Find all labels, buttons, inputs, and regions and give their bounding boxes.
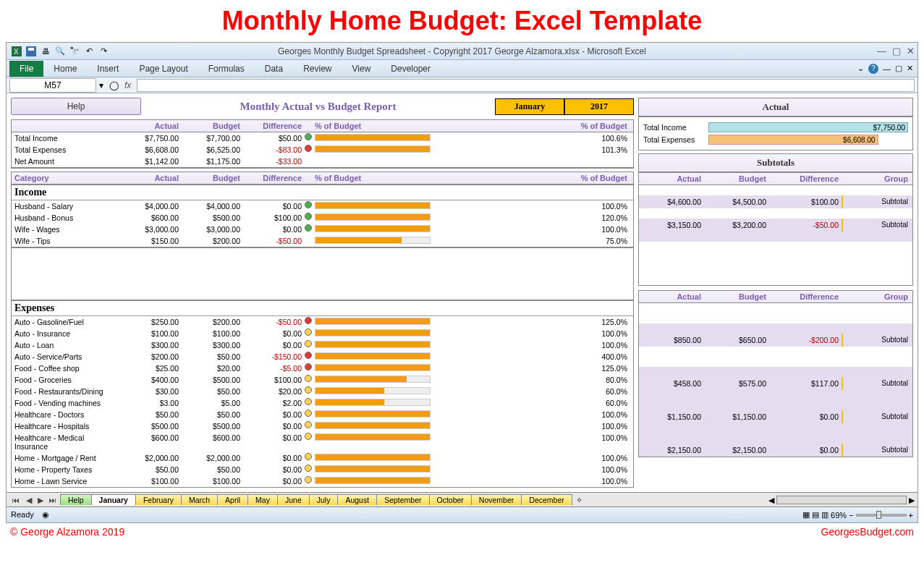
summary-body: Total Income$7,750.00$7,700.00$50.00100.… <box>11 132 634 169</box>
sheet-tab-april[interactable]: April <box>217 494 248 505</box>
report-title: Monthly Actual vs Budget Report <box>141 101 495 113</box>
tab-review[interactable]: Review <box>293 61 342 77</box>
table-row[interactable]: Healthcare - Doctors$50.00$50.00$0.00100… <box>11 409 634 420</box>
cancel-formula-icon[interactable]: ◯ <box>109 80 119 90</box>
subtotal-row: $458.00$575.00$117.00Subtotal <box>639 377 912 390</box>
table-row[interactable]: Home - Mortgage / Rent$2,000.00$2,000.00… <box>11 452 634 464</box>
year-cell[interactable]: 2017 <box>564 98 634 115</box>
table-row[interactable]: Food - Restaurants/Dining$30.00$50.00$20… <box>11 386 634 397</box>
fx-icon[interactable]: fx <box>124 80 131 90</box>
status-ready: Ready <box>11 510 34 519</box>
scroll-right-icon[interactable]: ▶ <box>909 496 915 504</box>
sheet-tab-march[interactable]: March <box>181 494 218 505</box>
save-icon[interactable] <box>25 46 37 57</box>
table-row[interactable]: Total Income$7,750.00$7,700.00$50.00100.… <box>11 132 634 144</box>
binoculars-icon[interactable]: 🔭 <box>69 46 80 57</box>
table-row[interactable]: Auto - Service/Parts$200.00$50.00-$150.0… <box>11 351 634 363</box>
sheet-tab-may[interactable]: May <box>247 494 278 505</box>
header-pct-bar: % of Budget <box>305 120 435 132</box>
tab-view[interactable]: View <box>342 61 381 77</box>
tab-data[interactable]: Data <box>255 61 293 77</box>
name-dropdown-icon[interactable]: ▾ <box>99 80 103 90</box>
close-icon[interactable]: ✕ <box>907 46 915 56</box>
print-icon[interactable]: 🖶 <box>40 46 51 57</box>
table-row[interactable]: Home - Lawn Service$100.00$100.00$0.0010… <box>11 475 634 488</box>
file-tab[interactable]: File <box>9 61 43 77</box>
macro-record-icon[interactable]: ◉ <box>42 510 49 519</box>
restore-icon[interactable]: ▢ <box>892 46 901 56</box>
table-row[interactable]: Net Amount$1,142.00$1,175.00-$33.00 <box>11 156 634 168</box>
zoom-out-icon[interactable]: − <box>849 511 853 520</box>
sheet-tab-july[interactable]: July <box>309 494 339 505</box>
find-icon[interactable]: 🔍 <box>54 46 66 57</box>
close-doc-icon[interactable]: ✕ <box>907 64 913 73</box>
zoom-in-icon[interactable]: + <box>909 511 913 520</box>
restore-doc-icon[interactable]: ▢ <box>895 64 902 73</box>
table-row[interactable]: Food - Groceries$400.00$500.00$100.0080.… <box>11 374 634 386</box>
header-difference: Difference <box>243 120 305 132</box>
table-row[interactable]: Healthcare - Hospitals$500.00$500.00$0.0… <box>11 420 634 432</box>
formula-input[interactable] <box>137 79 915 92</box>
table-row[interactable]: Total Expenses$6,608.00$6,525.00-$83.001… <box>11 144 634 156</box>
subtotals-title: Subtotals <box>638 153 913 172</box>
first-sheet-icon[interactable]: ⏮ <box>9 496 23 504</box>
sheet-tab-november[interactable]: November <box>471 494 522 505</box>
table-row[interactable]: Home - Property Taxes$50.00$50.00$0.0010… <box>11 464 634 475</box>
summary-header-row: Actual Budget Difference % of Budget % o… <box>11 119 634 132</box>
tab-formulas[interactable]: Formulas <box>198 61 255 77</box>
view-normal-icon[interactable]: ▦ <box>802 510 810 520</box>
sheet-tab-january[interactable]: January <box>91 494 136 505</box>
month-cell[interactable]: January <box>495 98 564 115</box>
table-row[interactable]: Auto - Gasoline/Fuel$250.00$200.00-$50.0… <box>11 316 634 328</box>
actual-panel-title: Actual <box>638 98 913 116</box>
table-row[interactable]: Food - Coffee shop$25.00$20.00-$5.00125.… <box>11 363 634 374</box>
sheet-tabs-bar: ⏮ ◀ ▶ ⏭ HelpJanuaryFebruaryMarchAprilMay… <box>7 492 917 506</box>
header-blank <box>12 120 120 132</box>
new-sheet-icon[interactable]: ✧ <box>576 496 582 504</box>
quick-access-toolbar: X 🖶 🔍 🔭 ↶ ↷ Georges Monthly Budget Sprea… <box>7 43 917 60</box>
table-row[interactable]: Husband - Bonus$600.00$500.00$100.00120.… <box>11 212 634 224</box>
income-section-title: Income <box>11 185 634 200</box>
header-pct: % of Budget <box>435 120 633 132</box>
sheet-tab-june[interactable]: June <box>277 494 310 505</box>
table-row[interactable]: Healthcare - Medical Insurance$600.00$60… <box>11 432 634 452</box>
zoom-slider[interactable] <box>856 514 907 517</box>
tab-page-layout[interactable]: Page Layout <box>129 61 198 77</box>
sheet-tab-october[interactable]: October <box>429 494 472 505</box>
tab-home[interactable]: Home <box>43 61 87 77</box>
sheet-tab-august[interactable]: August <box>337 494 377 505</box>
sheet-tab-february[interactable]: February <box>135 494 182 505</box>
redo-icon[interactable]: ↷ <box>98 46 109 57</box>
last-sheet-icon[interactable]: ⏭ <box>46 496 60 504</box>
svg-text:X: X <box>14 48 19 56</box>
name-box[interactable]: M57 <box>9 78 96 93</box>
chevron-down-icon[interactable]: ⌄ <box>857 64 864 73</box>
help-icon[interactable]: ? <box>868 64 878 74</box>
undo-icon[interactable]: ↶ <box>83 46 95 57</box>
next-sheet-icon[interactable]: ▶ <box>35 496 46 504</box>
minimize-doc-icon[interactable]: — <box>883 64 891 73</box>
table-row[interactable]: Auto - Insurance$100.00$100.00$0.00100.0… <box>11 328 634 339</box>
tab-developer[interactable]: Developer <box>381 61 441 77</box>
view-pagebreak-icon[interactable]: ▥ <box>821 510 828 520</box>
svg-rect-3 <box>28 48 34 51</box>
sheet-tab-september[interactable]: September <box>376 494 429 505</box>
sheet-tab-help[interactable]: Help <box>60 494 92 505</box>
sheet-tab-december[interactable]: December <box>521 494 572 505</box>
zoom-level[interactable]: 69% <box>831 511 847 520</box>
page-title: Monthly Home Budget: Excel Template <box>0 0 924 42</box>
tab-insert[interactable]: Insert <box>87 61 129 77</box>
help-button[interactable]: Help <box>11 98 141 115</box>
table-row[interactable]: Food - Vending machines$3.00$5.00$2.0060… <box>11 397 634 409</box>
scroll-left-icon[interactable]: ◀ <box>768 496 774 504</box>
minimize-icon[interactable]: — <box>877 46 886 56</box>
status-bar: Ready ◉ ▦ ▤ ▥ 69% − + <box>7 506 917 522</box>
prev-sheet-icon[interactable]: ◀ <box>23 496 35 504</box>
table-row[interactable]: Wife - Wages$3,000.00$3,000.00$0.00100.0… <box>11 224 634 235</box>
subtotals-header-income: Actual Budget Difference Group <box>638 172 913 185</box>
table-row[interactable]: Husband - Salary$4,000.00$4,000.00$0.001… <box>11 200 634 212</box>
view-layout-icon[interactable]: ▤ <box>812 510 819 520</box>
table-row[interactable]: Wife - Tips$150.00$200.00-$50.0075.0% <box>11 235 634 247</box>
horizontal-scrollbar[interactable] <box>776 496 907 504</box>
table-row[interactable]: Auto - Loan$300.00$300.00$0.00100.0% <box>11 339 634 351</box>
